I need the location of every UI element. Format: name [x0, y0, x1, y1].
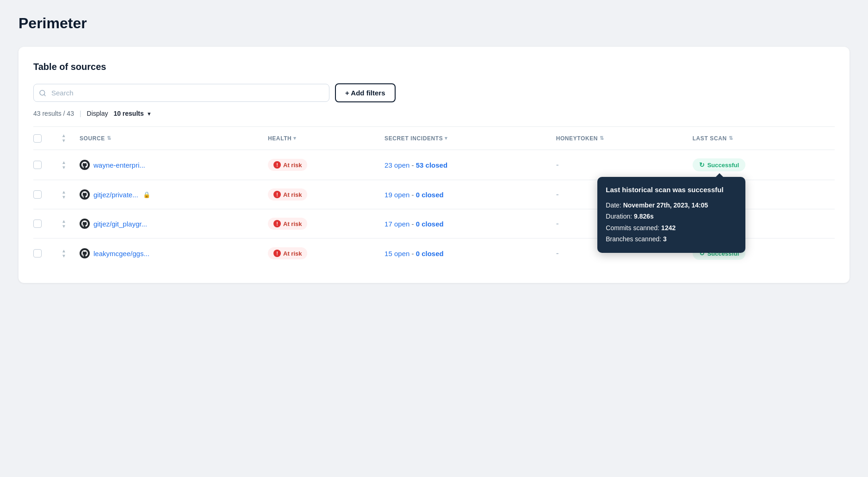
priority-arrows[interactable]: ▲▼: [59, 249, 68, 258]
display-select[interactable]: Display 10 results ▾: [87, 110, 151, 117]
row-checkbox[interactable]: [33, 249, 42, 257]
honeytoken-value: -: [556, 190, 559, 199]
tooltip-branches-label: Branches scanned:: [606, 235, 663, 243]
row-source-cell: wayne-enterpri...: [74, 150, 262, 180]
row-checkbox[interactable]: [33, 220, 42, 228]
row-checkbox-cell: [33, 238, 54, 269]
health-sort-icon: ▾: [293, 135, 297, 141]
github-icon: [80, 219, 90, 229]
row-health-cell: !At risk: [262, 238, 379, 269]
col-health: HEALTH ▾: [262, 127, 379, 150]
closed-count: 53 closed: [416, 161, 447, 169]
row-checkbox-cell: [33, 150, 54, 180]
at-risk-dot: !: [273, 161, 281, 169]
closed-count: 0 closed: [416, 250, 444, 257]
tooltip-date: Date: November 27th, 2023, 14:05: [606, 200, 737, 210]
health-badge: !At risk: [268, 188, 307, 201]
honeytoken-sort[interactable]: HONEYTOKEN ⇅: [556, 135, 604, 142]
closed-count: 0 closed: [416, 191, 444, 199]
last-scan-sort[interactable]: LAST SCAN ⇅: [693, 135, 733, 142]
page-title: Perimeter: [19, 15, 849, 32]
scan-tooltip: Last historical scan was successful Date…: [597, 177, 745, 253]
tooltip-duration-label: Duration:: [606, 213, 634, 220]
svg-line-1: [44, 94, 45, 96]
open-count: 15 open: [384, 250, 409, 257]
source-link[interactable]: gitjez/private...: [93, 191, 138, 199]
row-health-cell: !At risk: [262, 209, 379, 238]
display-value: 10 results: [113, 110, 143, 117]
row-checkbox[interactable]: [33, 161, 42, 169]
tooltip-branches-value: 3: [663, 235, 667, 243]
row-source-cell: gitjez/git_playgr...: [74, 209, 262, 238]
results-row: 43 results / 43 | Display 10 results ▾: [33, 110, 835, 117]
honeytoken-value: -: [556, 249, 559, 258]
honeytoken-value: -: [556, 160, 559, 169]
sources-table: ▲▼ SOURCE ⇅ HEALTH ▾: [33, 127, 835, 268]
priority-arrows[interactable]: ▲▼: [59, 160, 68, 170]
row-incidents-cell: 15 open - 0 closed: [379, 238, 551, 269]
open-count: 23 open: [384, 161, 409, 169]
lock-icon: 🔒: [143, 191, 150, 198]
col-priority: ▲▼: [54, 127, 74, 150]
tooltip-commits-value: 1242: [661, 224, 676, 232]
source-sort-icon: ⇅: [107, 135, 112, 141]
row-last-scan-cell: ↻Successful Last historical scan was suc…: [687, 150, 835, 180]
tooltip-commits-label: Commits scanned:: [606, 224, 661, 232]
row-incidents-cell: 17 open - 0 closed: [379, 209, 551, 238]
open-count: 19 open: [384, 191, 409, 199]
health-badge: !At risk: [268, 218, 307, 230]
last-scan-sort-icon: ⇅: [729, 135, 733, 141]
scan-tooltip-wrapper: ↻Successful Last historical scan was suc…: [693, 158, 746, 171]
incidents-sort[interactable]: SECRET INCIDENTS ▾: [384, 135, 448, 142]
github-icon: [80, 248, 90, 258]
honeytoken-value: -: [556, 219, 559, 228]
priority-arrows[interactable]: ▲▼: [59, 219, 68, 229]
col-last-scan: LAST SCAN ⇅: [687, 127, 835, 150]
priority-arrows[interactable]: ▲▼: [59, 190, 68, 200]
tooltip-branches: Branches scanned: 3: [606, 234, 737, 244]
incidents-value[interactable]: 15 open - 0 closed: [384, 250, 444, 257]
last-scan-badge[interactable]: ↻Successful: [693, 158, 746, 171]
row-priority-cell: ▲▼: [54, 180, 74, 209]
toolbar: + Add filters: [33, 83, 835, 102]
search-wrapper: [33, 84, 329, 102]
tooltip-duration-value: 9.826s: [634, 213, 654, 220]
source-sort[interactable]: SOURCE ⇅: [80, 135, 112, 142]
row-priority-cell: ▲▼: [54, 238, 74, 269]
row-checkbox-cell: [33, 180, 54, 209]
incidents-value[interactable]: 23 open - 53 closed: [384, 161, 447, 169]
search-input[interactable]: [33, 84, 329, 102]
row-priority-cell: ▲▼: [54, 150, 74, 180]
at-risk-dot: !: [273, 220, 281, 227]
row-source-cell: leakymcgee/ggs...: [74, 238, 262, 269]
incidents-sort-icon: ▾: [445, 135, 448, 141]
tooltip-date-label: Date:: [606, 201, 623, 209]
search-icon: [39, 89, 46, 97]
source-link[interactable]: leakymcgee/ggs...: [93, 250, 149, 257]
chevron-down-icon: ▾: [148, 110, 151, 117]
col-checkbox: [33, 127, 54, 150]
row-health-cell: !At risk: [262, 180, 379, 209]
select-all-checkbox[interactable]: [33, 134, 42, 143]
row-incidents-cell: 19 open - 0 closed: [379, 180, 551, 209]
table-row: ▲▼wayne-enterpri...!At risk23 open - 53 …: [33, 150, 835, 180]
honeytoken-sort-icon: ⇅: [600, 135, 604, 141]
row-checkbox[interactable]: [33, 190, 42, 199]
health-sort[interactable]: HEALTH ▾: [268, 135, 297, 142]
row-health-cell: !At risk: [262, 150, 379, 180]
col-honeytoken: HONEYTOKEN ⇅: [551, 127, 687, 150]
results-count: 43 results / 43: [33, 110, 74, 117]
at-risk-dot: !: [273, 250, 281, 257]
col-source: SOURCE ⇅: [74, 127, 262, 150]
incidents-value[interactable]: 19 open - 0 closed: [384, 191, 444, 199]
row-incidents-cell: 23 open - 53 closed: [379, 150, 551, 180]
add-filters-button[interactable]: + Add filters: [335, 83, 396, 102]
incidents-value[interactable]: 17 open - 0 closed: [384, 220, 444, 228]
source-link[interactable]: wayne-enterpri...: [93, 161, 145, 169]
priority-sort[interactable]: ▲▼: [59, 133, 68, 143]
card-title: Table of sources: [33, 62, 835, 72]
col-incidents: SECRET INCIDENTS ▾: [379, 127, 551, 150]
tooltip-duration: Duration: 9.826s: [606, 211, 737, 221]
row-checkbox-cell: [33, 209, 54, 238]
source-link[interactable]: gitjez/git_playgr...: [93, 220, 147, 228]
